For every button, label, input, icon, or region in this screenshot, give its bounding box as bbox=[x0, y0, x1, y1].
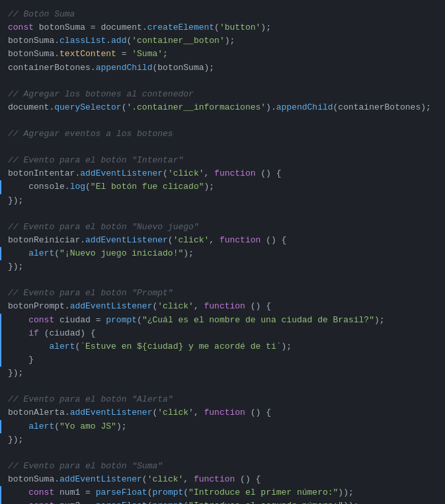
code-line: alert("¡Nuevo juego iniciado!"); bbox=[0, 247, 445, 260]
code-line bbox=[0, 380, 445, 393]
code-line: botonIntentar.addEventListener('click', … bbox=[0, 167, 445, 180]
code-line: // Evento para el botón "Alerta" bbox=[0, 393, 445, 406]
code-line: // Botón Suma bbox=[0, 8, 445, 21]
code-line: if (ciudad) { bbox=[0, 327, 445, 340]
code-line: document.querySelector('.container__info… bbox=[0, 101, 445, 114]
code-editor: // Botón Suma const botonSuma = document… bbox=[0, 5, 445, 504]
code-line bbox=[0, 207, 445, 221]
code-line: console.log("El botón fue clicado"); bbox=[0, 180, 445, 194]
code-line: botonPrompt.addEventListener('click', fu… bbox=[0, 300, 445, 313]
code-line: const ciudad = prompt("¿Cuál es el nombr… bbox=[0, 314, 445, 327]
code-line: } bbox=[0, 353, 445, 367]
code-line bbox=[0, 114, 445, 127]
code-line bbox=[0, 75, 445, 88]
code-line: const num2 = parseFloat(prompt("Introduc… bbox=[0, 499, 445, 504]
code-line: // Evento para el botón "Suma" bbox=[0, 460, 445, 473]
code-line: botonAlerta.addEventListener('click', fu… bbox=[0, 406, 445, 419]
code-line: // Evento para el botón "Nuevo juego" bbox=[0, 221, 445, 234]
code-line: // Agregar eventos a los botones bbox=[0, 127, 445, 141]
code-line bbox=[0, 273, 445, 287]
code-line: const num1 = parseFloat(prompt("Introduc… bbox=[0, 486, 445, 499]
code-line: alert("Yo amo JS"); bbox=[0, 420, 445, 433]
code-line: // Agregar los botones al contenedor bbox=[0, 88, 445, 101]
code-line: }); bbox=[0, 367, 445, 380]
code-line bbox=[0, 141, 445, 154]
code-line: botonSuma.textContent = 'Suma'; bbox=[0, 48, 445, 61]
code-line: // Evento para el botón "Intentar" bbox=[0, 154, 445, 167]
code-line: botonSuma.classList.add('container__boto… bbox=[0, 34, 445, 48]
code-line: containerBotones.appendChild(botonSuma); bbox=[0, 61, 445, 75]
code-line: }); bbox=[0, 260, 445, 273]
code-line bbox=[0, 447, 445, 460]
code-line: // Evento para el botón "Prompt" bbox=[0, 287, 445, 300]
code-line: }); bbox=[0, 433, 445, 447]
code-line: botonSuma.addEventListener('click', func… bbox=[0, 473, 445, 486]
code-line: alert(`Estuve en ${ciudad} y me acordé d… bbox=[0, 340, 445, 353]
code-line: botonReiniciar.addEventListener('click',… bbox=[0, 234, 445, 247]
code-line: }); bbox=[0, 194, 445, 207]
code-line: const botonSuma = document.createElement… bbox=[0, 21, 445, 34]
